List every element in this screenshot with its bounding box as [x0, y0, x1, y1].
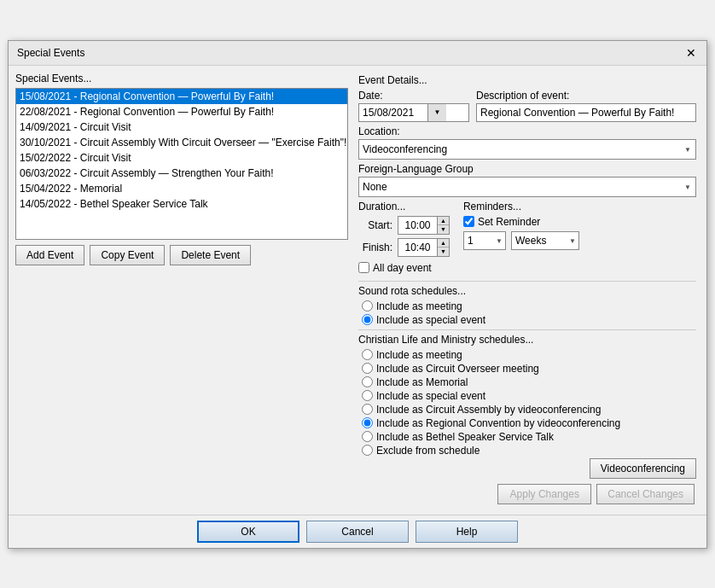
foreign-language-group: Foreign-Language Group NoneGroup AGroup … [358, 163, 696, 197]
finish-spinner[interactable]: ▲ ▼ [398, 238, 450, 257]
sound-rota-group: Sound rota schedules... Include as meeti… [358, 285, 696, 326]
events-listbox[interactable]: 15/08/2021 - Regional Convention — Power… [15, 88, 348, 240]
start-label: Start: [358, 219, 392, 231]
start-up-button[interactable]: ▲ [438, 217, 449, 226]
copy-event-button[interactable]: Copy Event [90, 245, 165, 265]
finish-spinner-buttons: ▲ ▼ [437, 239, 449, 256]
description-group: Description of event: [476, 90, 696, 122]
divider-2 [358, 329, 696, 330]
add-event-button[interactable]: Add Event [15, 245, 84, 265]
close-button[interactable]: ✕ [684, 46, 698, 60]
list-item[interactable]: 22/08/2021 - Regional Convention — Power… [16, 104, 347, 119]
sound-rota-label: Sound rota schedules... [358, 285, 696, 297]
event-action-buttons: Add Event Copy Event Delete Event [15, 245, 348, 265]
duration-group: Duration... Start: ▲ ▼ Finish: [358, 201, 450, 277]
dialog-title: Special Events [17, 47, 84, 59]
ok-button[interactable]: OK [197, 521, 299, 543]
set-reminder-row: Set Reminder [463, 216, 579, 228]
clm-radio[interactable] [362, 376, 373, 387]
sound-rota-options: Include as meetingInclude as special eve… [358, 300, 696, 326]
list-item[interactable]: 06/03/2022 - Circuit Assembly — Strength… [16, 166, 347, 181]
description-input[interactable] [476, 103, 696, 122]
right-panel: Event Details... Date: ▼ Description of … [355, 73, 700, 508]
description-label: Description of event: [476, 90, 696, 102]
delete-event-button[interactable]: Delete Event [170, 245, 251, 265]
event-details-label: Event Details... [358, 74, 696, 86]
start-input[interactable] [398, 218, 437, 233]
location-label: Location: [358, 125, 696, 137]
start-spinner[interactable]: ▲ ▼ [398, 216, 450, 235]
list-item[interactable]: 15/04/2022 - Memorial [16, 181, 347, 196]
apply-cancel-row: Apply Changes Cancel Changes [358, 484, 696, 504]
list-item[interactable]: 15/08/2021 - Regional Convention — Power… [16, 89, 347, 104]
reminder-unit-select[interactable]: WeeksDaysHours [511, 231, 579, 250]
clm-radio[interactable] [362, 417, 373, 428]
foreign-language-select-wrapper: NoneGroup AGroup B [358, 177, 696, 197]
clm-option-label: Exclude from schedule [376, 445, 480, 457]
set-reminder-label: Set Reminder [478, 216, 540, 228]
date-calendar-button[interactable]: ▼ [427, 104, 446, 121]
date-input[interactable] [359, 105, 427, 120]
cancel-footer-button[interactable]: Cancel [306, 521, 409, 543]
clm-radio[interactable] [362, 431, 373, 442]
list-item[interactable]: 14/05/2022 - Bethel Speaker Service Talk [16, 196, 347, 212]
special-events-label: Special Events... [15, 73, 348, 84]
clm-option-row: Include as meeting [358, 349, 696, 361]
date-group: Date: ▼ [358, 90, 469, 122]
clm-option-label: Include as Circuit Overseer meeting [376, 363, 539, 375]
foreign-language-row: Foreign-Language Group NoneGroup AGroup … [358, 163, 696, 197]
foreign-language-select[interactable]: NoneGroup AGroup B [358, 177, 696, 197]
clm-option-row: Include as Bethel Speaker Service Talk [358, 431, 696, 443]
clm-radio[interactable] [362, 363, 373, 374]
reminder-value-row: 1234 WeeksDaysHours [463, 231, 579, 250]
clm-option-label: Include as Bethel Speaker Service Talk [376, 431, 554, 443]
foreign-language-label: Foreign-Language Group [358, 163, 696, 175]
all-day-checkbox[interactable] [358, 262, 369, 273]
location-row: Location: VideoconferencingKingdom HallO… [358, 125, 696, 160]
date-input-group[interactable]: ▼ [358, 103, 469, 122]
set-reminder-checkbox[interactable] [463, 216, 474, 227]
reminders-group: Reminders... Set Reminder 1234 WeeksDays… [463, 201, 579, 277]
clm-radio[interactable] [362, 445, 373, 456]
dialog-body: Special Events... 15/08/2021 - Regional … [9, 66, 706, 515]
finish-up-button[interactable]: ▲ [438, 239, 449, 248]
duration-reminders-row: Duration... Start: ▲ ▼ Finish: [358, 201, 696, 277]
finish-down-button[interactable]: ▼ [438, 247, 449, 256]
list-item[interactable]: 14/09/2021 - Circuit Visit [16, 119, 347, 135]
help-button[interactable]: Help [416, 521, 518, 543]
all-day-row: All day event [358, 262, 450, 274]
sound-rota-option-label: Include as special event [376, 314, 485, 326]
finish-input[interactable] [398, 240, 437, 255]
sound-rota-radio[interactable] [362, 300, 373, 311]
clm-radio[interactable] [362, 390, 373, 401]
videoconferencing-button[interactable]: Videoconferencing [590, 458, 696, 479]
clm-radio[interactable] [362, 349, 373, 360]
apply-changes-button[interactable]: Apply Changes [497, 484, 591, 504]
clm-option-row: Include as Regional Convention by videoc… [358, 417, 696, 429]
date-label: Date: [358, 90, 469, 102]
clm-option-row: Exclude from schedule [358, 445, 696, 457]
title-bar: Special Events ✕ [9, 41, 706, 66]
list-item[interactable]: 15/02/2022 - Circuit Visit [16, 150, 347, 166]
clm-option-label: Include as special event [376, 390, 485, 402]
finish-label: Finish: [358, 242, 392, 253]
clm-radio[interactable] [362, 404, 373, 415]
dialog-footer: OK Cancel Help [9, 515, 706, 548]
start-down-button[interactable]: ▼ [438, 225, 449, 234]
reminder-number-select[interactable]: 1234 [463, 231, 506, 250]
special-events-dialog: Special Events ✕ Special Events... 15/08… [8, 40, 707, 549]
videoconf-row: Videoconferencing [358, 458, 696, 479]
sound-rota-radio[interactable] [362, 314, 373, 325]
reminder-number-wrapper: 1234 [463, 231, 506, 250]
clm-option-label: Include as Memorial [376, 376, 468, 388]
list-item[interactable]: 30/10/2021 - Circuit Assembly With Circu… [16, 135, 347, 150]
cancel-changes-button[interactable]: Cancel Changes [596, 484, 695, 504]
duration-label: Duration... [358, 201, 450, 212]
reminders-label: Reminders... [463, 201, 579, 212]
divider-1 [358, 281, 696, 282]
location-select[interactable]: VideoconferencingKingdom HallOther [358, 139, 696, 160]
clm-option-row: Include as Circuit Assembly by videoconf… [358, 404, 696, 416]
date-description-row: Date: ▼ Description of event: [358, 90, 696, 122]
clm-label: Christian Life and Ministry schedules... [358, 334, 696, 346]
clm-option-label: Include as Circuit Assembly by videoconf… [376, 404, 601, 416]
